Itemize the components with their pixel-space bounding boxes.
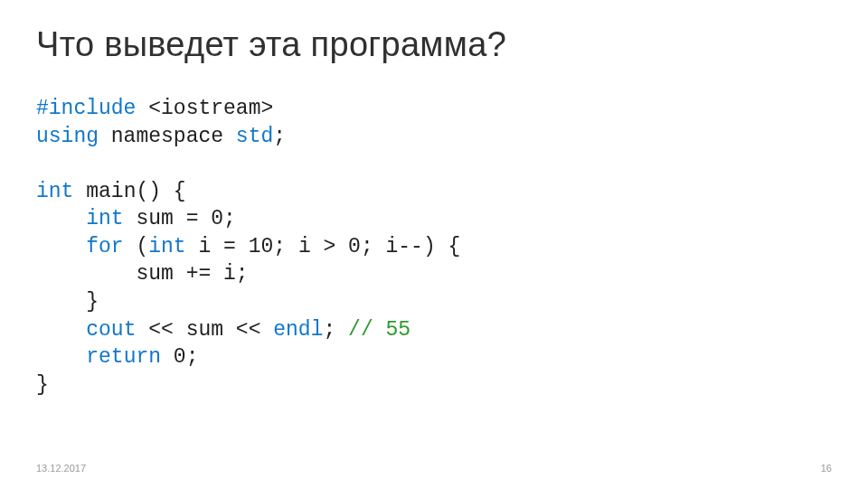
code-text: } <box>36 373 49 397</box>
keyword-for: for <box>86 235 123 258</box>
footer-page-number: 16 <box>821 463 832 474</box>
slide: Что выведет эта программа? #include <ios… <box>0 0 868 488</box>
code-text: namespace <box>99 125 236 148</box>
code-indent <box>36 345 86 369</box>
code-text: sum += i; <box>36 262 249 286</box>
keyword-std: std <box>236 125 273 148</box>
code-indent <box>36 235 86 258</box>
slide-title: Что выведет эта программа? <box>36 25 832 64</box>
code-text: ( <box>124 235 149 258</box>
code-text: sum = 0; <box>124 207 236 230</box>
keyword-endl: endl <box>273 318 323 342</box>
keyword-cout: cout <box>86 318 136 342</box>
code-text: 0; <box>161 345 198 369</box>
keyword-int: int <box>36 180 73 203</box>
keyword-return: return <box>86 345 161 369</box>
code-block: #include <iostream> using namespace std;… <box>36 95 832 399</box>
slide-footer: 13.12.2017 16 <box>36 463 832 474</box>
keyword-int: int <box>86 207 123 230</box>
code-text: ; <box>273 125 286 148</box>
keyword-include: #include <box>36 97 136 120</box>
keyword-using: using <box>36 125 99 148</box>
comment: // 55 <box>348 318 410 342</box>
code-text: } <box>36 290 99 314</box>
footer-date: 13.12.2017 <box>36 463 86 474</box>
code-text: ; <box>323 318 348 342</box>
keyword-int: int <box>148 235 185 258</box>
code-indent <box>36 318 86 342</box>
code-text: main() { <box>73 180 185 203</box>
code-indent <box>36 207 86 230</box>
code-text: i = 10; i > 0; i--) { <box>186 235 461 258</box>
code-text: <iostream> <box>136 97 273 120</box>
code-text: << sum << <box>136 318 273 342</box>
